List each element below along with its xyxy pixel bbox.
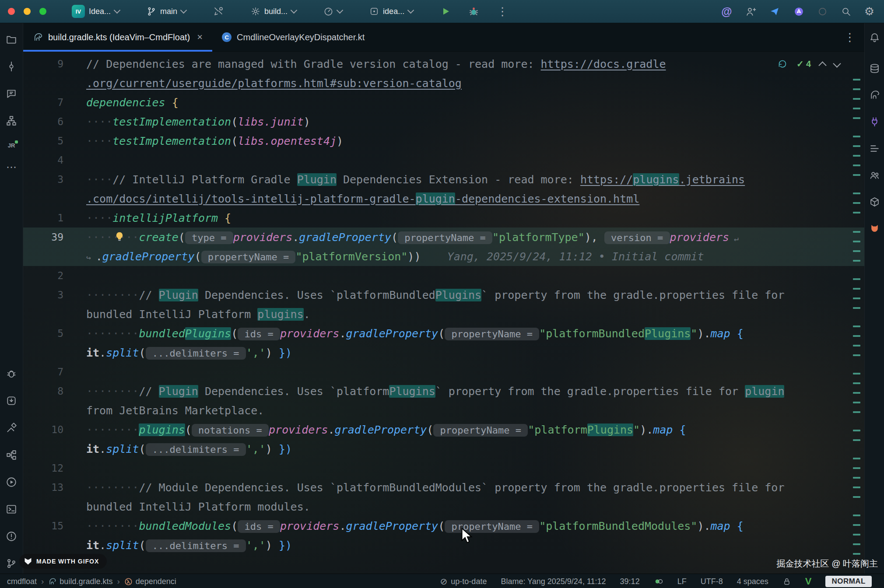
code-line[interactable]: 39········create( type = providers.gradl…	[23, 228, 864, 247]
breadcrumb-element[interactable]: dependenci	[124, 577, 176, 586]
line-number[interactable]: 39	[23, 231, 77, 243]
close-tab-icon[interactable]: ×	[197, 32, 203, 43]
line-number[interactable]: 7	[23, 366, 77, 378]
inspections-widget[interactable]: ✓4	[777, 59, 840, 69]
code-line[interactable]: bundled IntelliJ Platform plugins.	[23, 304, 864, 324]
settings-gear-icon[interactable]: ⚙	[864, 6, 874, 17]
code-editor[interactable]: 9// Dependencies are managed with Gradle…	[23, 52, 864, 574]
code-line[interactable]: 1····intellijPlatform {	[23, 208, 864, 228]
code-line[interactable]: 15········bundledModules( ids = provider…	[23, 516, 864, 536]
line-number[interactable]: 1	[23, 212, 77, 224]
line-separator[interactable]: LF	[677, 577, 687, 586]
code-line[interactable]: it.split( ...delimiters = ',') })	[23, 536, 864, 555]
code-line[interactable]: from JetBrains Marketplace.	[23, 401, 864, 420]
download-tool-icon[interactable]	[6, 395, 17, 406]
code-line[interactable]: 13········// Module Dependencies. Uses `…	[23, 478, 864, 497]
line-number[interactable]: 15	[23, 520, 77, 532]
line-number[interactable]: 3	[23, 174, 77, 185]
line-number[interactable]: 10	[23, 424, 77, 435]
code-line[interactable]: 3········// Plugin Dependencies. Uses `p…	[23, 285, 864, 304]
search-icon[interactable]	[841, 6, 851, 17]
line-number[interactable]: 4	[23, 154, 77, 166]
terminal-icon[interactable]	[6, 504, 17, 515]
project-folder-icon[interactable]	[6, 34, 17, 45]
commit-icon[interactable]	[6, 61, 17, 72]
ideavim-status[interactable]: V	[805, 577, 812, 586]
ai-plug-icon[interactable]	[869, 116, 880, 127]
notifications-bell-icon[interactable]	[869, 32, 880, 43]
line-number[interactable]: 8	[23, 385, 77, 397]
database-icon[interactable]	[869, 63, 880, 74]
plugin-status-icon[interactable]	[654, 577, 663, 586]
run-tool-icon[interactable]	[6, 476, 17, 488]
line-number[interactable]: 2	[23, 270, 77, 281]
code-line[interactable]: it.split( ...delimiters = ',') })	[23, 343, 864, 362]
code-line[interactable]: 7	[23, 362, 864, 382]
services-icon[interactable]	[6, 449, 17, 461]
line-number[interactable]: 9	[23, 58, 77, 70]
line-number[interactable]: 7	[23, 97, 77, 108]
caret-position[interactable]: 39:12	[620, 577, 640, 586]
gradle-task-widget[interactable]: build...	[251, 7, 296, 16]
vim-mode-badge[interactable]: NORMAL	[825, 576, 872, 587]
jr-plugin-icon[interactable]: JR	[8, 142, 15, 149]
code-with-me-icon[interactable]	[745, 6, 756, 17]
line-number[interactable]: 6	[23, 116, 77, 127]
send-plane-icon[interactable]	[769, 6, 780, 17]
blame-status[interactable]: Blame: Yang 2025/9/24, 11:12	[501, 577, 606, 586]
vcs-branch-widget[interactable]: main	[147, 7, 186, 16]
intention-bulb-icon[interactable]	[114, 231, 125, 245]
debug-button[interactable]	[468, 6, 479, 17]
zoom-window-button[interactable]	[39, 8, 46, 15]
tab-options-kebab-icon[interactable]: ⋮	[835, 32, 864, 43]
code-line[interactable]: 9// Dependencies are managed with Gradle…	[23, 54, 864, 74]
line-number[interactable]: 3	[23, 289, 77, 301]
line-number[interactable]: 13	[23, 482, 77, 493]
run-configuration-widget[interactable]: idea...	[369, 7, 413, 16]
minimize-window-button[interactable]	[24, 8, 31, 15]
close-window-button[interactable]	[8, 8, 15, 15]
problems-icon[interactable]	[6, 531, 17, 542]
line-number[interactable]: 5	[23, 135, 77, 147]
tab-build-gradle[interactable]: build.gradle.kts (IdeaVim–CmdFloat) ×	[23, 23, 212, 51]
more-tool-windows-icon[interactable]: ⋯	[6, 164, 17, 170]
code-line[interactable]: it.split( ...delimiters = ',') })	[23, 439, 864, 458]
breadcrumb-file[interactable]: build.gradle.kts	[48, 577, 112, 586]
code-line[interactable]: 7dependencies {	[23, 93, 864, 112]
line-number[interactable]: 12	[23, 462, 77, 474]
lock-icon[interactable]	[782, 577, 791, 586]
chat-help-icon[interactable]	[6, 88, 17, 99]
code-line[interactable]: 3····// IntelliJ Platform Gradle Plugin …	[23, 170, 864, 189]
tools-button[interactable]	[213, 6, 224, 17]
code-line[interactable]: 10········plugins( notations = providers…	[23, 420, 864, 439]
code-line[interactable]: 8········// Plugin Dependencies. Uses `p…	[23, 382, 864, 401]
structure-icon[interactable]	[6, 115, 17, 126]
line-number[interactable]: 5	[23, 328, 77, 339]
code-line[interactable]: 5····testImplementation(libs.opentest4j)	[23, 131, 864, 150]
inspections-status[interactable]: ⊘up-to-date	[440, 577, 487, 586]
code-line[interactable]: 4	[23, 150, 864, 170]
fox-plugin-icon[interactable]	[869, 223, 880, 234]
code-line[interactable]: .org/current/userguide/platforms.html#su…	[23, 74, 864, 93]
build-tools-icon[interactable]	[6, 422, 17, 434]
project-widget[interactable]: IV Idea...	[72, 5, 119, 18]
ai-assistant-icon[interactable]: @	[721, 5, 732, 18]
code-line[interactable]: bundled IntelliJ Platform modules.	[23, 497, 864, 516]
code-line[interactable]: 2	[23, 266, 864, 285]
file-encoding[interactable]: UTF-8	[701, 577, 723, 586]
previous-problem-icon[interactable]	[818, 61, 826, 69]
run-button[interactable]	[440, 6, 451, 17]
collaboration-users-icon[interactable]	[869, 170, 880, 181]
breadcrumb-module[interactable]: cmdfloat	[7, 577, 37, 586]
code-line[interactable]: 12	[23, 458, 864, 478]
code-line[interactable]: ↪ .gradleProperty( propertyName = "platf…	[23, 247, 864, 266]
code-line[interactable]: .com/docs/intellij/tools-intellij-platfo…	[23, 189, 864, 208]
error-stripe[interactable]	[853, 52, 861, 574]
status-ring-icon[interactable]	[817, 7, 828, 17]
tab-cmdline-dispatcher[interactable]: C CmdlineOverlayKeyDispatcher.kt	[212, 23, 374, 51]
version-control-icon[interactable]	[6, 558, 17, 569]
gradle-icon[interactable]	[869, 90, 880, 101]
indent-style[interactable]: 4 spaces	[737, 577, 768, 586]
debug-tool-icon[interactable]	[6, 368, 17, 379]
rocket-plugin-icon[interactable]	[793, 6, 804, 17]
